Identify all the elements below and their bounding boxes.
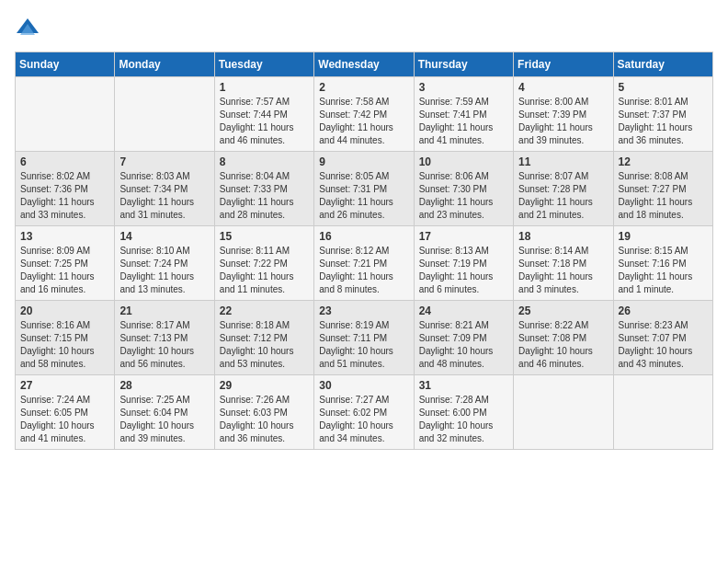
day-info: Sunrise: 8:10 AM Sunset: 7:24 PM Dayligh… [119,245,209,296]
calendar-day-header: Saturday [613,52,712,77]
calendar-cell: 9Sunrise: 8:05 AM Sunset: 7:31 PM Daylig… [314,152,414,226]
day-info: Sunrise: 7:28 AM Sunset: 6:00 PM Dayligh… [419,394,508,445]
day-info: Sunrise: 8:12 AM Sunset: 7:21 PM Dayligh… [319,245,408,296]
day-number: 5 [619,81,708,94]
calendar-cell: 13Sunrise: 8:09 AM Sunset: 7:25 PM Dayli… [16,226,115,301]
day-info: Sunrise: 7:27 AM Sunset: 6:02 PM Dayligh… [319,394,408,445]
calendar-cell: 23Sunrise: 8:19 AM Sunset: 7:11 PM Dayli… [314,301,414,375]
calendar-cell: 7Sunrise: 8:03 AM Sunset: 7:34 PM Daylig… [115,152,214,226]
calendar-cell: 10Sunrise: 8:06 AM Sunset: 7:30 PM Dayli… [414,152,513,226]
day-number: 16 [319,230,408,243]
calendar-day-header: Friday [514,52,613,77]
calendar-cell: 22Sunrise: 8:18 AM Sunset: 7:12 PM Dayli… [214,301,313,375]
calendar-week-row: 20Sunrise: 8:16 AM Sunset: 7:15 PM Dayli… [16,301,713,375]
day-number: 31 [419,379,508,392]
calendar-table: SundayMondayTuesdayWednesdayThursdayFrid… [15,52,713,450]
day-info: Sunrise: 8:03 AM Sunset: 7:34 PM Dayligh… [119,170,209,222]
day-number: 6 [20,155,109,168]
day-info: Sunrise: 7:24 AM Sunset: 6:05 PM Dayligh… [20,394,109,445]
day-number: 28 [119,379,209,392]
day-number: 13 [20,230,109,243]
day-number: 10 [419,155,508,168]
calendar-cell: 17Sunrise: 8:13 AM Sunset: 7:19 PM Dayli… [414,226,513,301]
day-info: Sunrise: 7:57 AM Sunset: 7:44 PM Dayligh… [220,96,309,147]
day-info: Sunrise: 8:16 AM Sunset: 7:15 PM Dayligh… [20,319,109,371]
calendar-cell: 26Sunrise: 8:23 AM Sunset: 7:07 PM Dayli… [613,301,712,375]
calendar-cell [16,77,115,152]
day-number: 19 [619,230,708,243]
day-info: Sunrise: 8:21 AM Sunset: 7:09 PM Dayligh… [419,319,508,371]
day-number: 4 [518,81,608,94]
calendar-cell: 6Sunrise: 8:02 AM Sunset: 7:36 PM Daylig… [16,152,115,226]
day-info: Sunrise: 8:00 AM Sunset: 7:39 PM Dayligh… [518,96,608,147]
calendar-cell: 18Sunrise: 8:14 AM Sunset: 7:18 PM Dayli… [514,226,613,301]
day-info: Sunrise: 8:04 AM Sunset: 7:33 PM Dayligh… [220,170,309,222]
day-info: Sunrise: 7:26 AM Sunset: 6:03 PM Dayligh… [220,394,309,445]
calendar-cell: 4Sunrise: 8:00 AM Sunset: 7:39 PM Daylig… [514,77,613,152]
calendar-day-header: Monday [115,52,214,77]
calendar-cell: 19Sunrise: 8:15 AM Sunset: 7:16 PM Dayli… [613,226,712,301]
day-number: 20 [20,304,109,317]
day-number: 3 [419,81,508,94]
calendar-cell: 3Sunrise: 7:59 AM Sunset: 7:41 PM Daylig… [414,77,513,152]
day-number: 11 [518,155,608,168]
calendar-week-row: 27Sunrise: 7:24 AM Sunset: 6:05 PM Dayli… [16,375,713,450]
calendar-day-header: Thursday [414,52,513,77]
calendar-cell [514,375,613,450]
day-number: 9 [319,155,408,168]
day-info: Sunrise: 8:08 AM Sunset: 7:27 PM Dayligh… [619,170,708,222]
day-info: Sunrise: 8:18 AM Sunset: 7:12 PM Dayligh… [220,319,309,371]
calendar-cell: 11Sunrise: 8:07 AM Sunset: 7:28 PM Dayli… [514,152,613,226]
day-number: 29 [220,379,309,392]
day-info: Sunrise: 8:07 AM Sunset: 7:28 PM Dayligh… [518,170,608,222]
day-info: Sunrise: 8:02 AM Sunset: 7:36 PM Dayligh… [20,170,109,222]
day-info: Sunrise: 8:11 AM Sunset: 7:22 PM Dayligh… [220,245,309,296]
day-info: Sunrise: 8:17 AM Sunset: 7:13 PM Dayligh… [119,319,209,371]
day-number: 22 [220,304,309,317]
calendar-day-header: Wednesday [314,52,414,77]
calendar-day-header: Tuesday [214,52,313,77]
calendar-cell: 27Sunrise: 7:24 AM Sunset: 6:05 PM Dayli… [16,375,115,450]
day-info: Sunrise: 8:09 AM Sunset: 7:25 PM Dayligh… [20,245,109,296]
day-info: Sunrise: 8:13 AM Sunset: 7:19 PM Dayligh… [419,245,508,296]
logo [15,15,46,40]
calendar-cell [613,375,712,450]
calendar-cell: 25Sunrise: 8:22 AM Sunset: 7:08 PM Dayli… [514,301,613,375]
calendar-cell: 24Sunrise: 8:21 AM Sunset: 7:09 PM Dayli… [414,301,513,375]
day-info: Sunrise: 8:05 AM Sunset: 7:31 PM Dayligh… [319,170,408,222]
day-number: 2 [319,81,408,94]
calendar-cell: 20Sunrise: 8:16 AM Sunset: 7:15 PM Dayli… [16,301,115,375]
day-info: Sunrise: 8:15 AM Sunset: 7:16 PM Dayligh… [619,245,708,296]
calendar-week-row: 13Sunrise: 8:09 AM Sunset: 7:25 PM Dayli… [16,226,713,301]
day-number: 27 [20,379,109,392]
day-number: 14 [119,230,209,243]
calendar-cell: 2Sunrise: 7:58 AM Sunset: 7:42 PM Daylig… [314,77,414,152]
day-number: 1 [220,81,309,94]
calendar-cell: 28Sunrise: 7:25 AM Sunset: 6:04 PM Dayli… [115,375,214,450]
day-number: 18 [518,230,608,243]
calendar-header-row: SundayMondayTuesdayWednesdayThursdayFrid… [16,52,713,77]
page-header [15,15,713,40]
calendar-day-header: Sunday [16,52,115,77]
day-number: 23 [319,304,408,317]
calendar-cell [115,77,214,152]
day-number: 26 [619,304,708,317]
calendar-cell: 21Sunrise: 8:17 AM Sunset: 7:13 PM Dayli… [115,301,214,375]
calendar-cell: 16Sunrise: 8:12 AM Sunset: 7:21 PM Dayli… [314,226,414,301]
day-info: Sunrise: 8:06 AM Sunset: 7:30 PM Dayligh… [419,170,508,222]
calendar-cell: 1Sunrise: 7:57 AM Sunset: 7:44 PM Daylig… [214,77,313,152]
calendar-cell: 29Sunrise: 7:26 AM Sunset: 6:03 PM Dayli… [214,375,313,450]
day-number: 8 [220,155,309,168]
day-number: 25 [518,304,608,317]
day-info: Sunrise: 8:22 AM Sunset: 7:08 PM Dayligh… [518,319,608,371]
day-number: 30 [319,379,408,392]
day-number: 12 [619,155,708,168]
calendar-cell: 5Sunrise: 8:01 AM Sunset: 7:37 PM Daylig… [613,77,712,152]
calendar-cell: 12Sunrise: 8:08 AM Sunset: 7:27 PM Dayli… [613,152,712,226]
day-number: 7 [119,155,209,168]
day-number: 15 [220,230,309,243]
calendar-cell: 30Sunrise: 7:27 AM Sunset: 6:02 PM Dayli… [314,375,414,450]
day-info: Sunrise: 8:01 AM Sunset: 7:37 PM Dayligh… [619,96,708,147]
calendar-cell: 15Sunrise: 8:11 AM Sunset: 7:22 PM Dayli… [214,226,313,301]
calendar-cell: 14Sunrise: 8:10 AM Sunset: 7:24 PM Dayli… [115,226,214,301]
